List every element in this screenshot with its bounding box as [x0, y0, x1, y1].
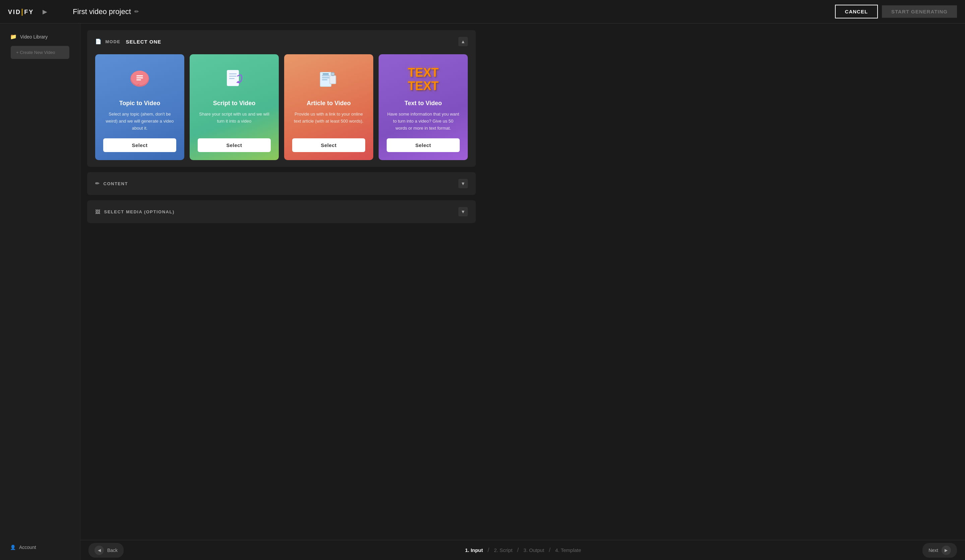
svg-rect-9 [229, 76, 237, 77]
svg-rect-16 [322, 79, 327, 80]
svg-rect-8 [229, 73, 237, 74]
svg-rect-15 [322, 77, 329, 78]
mode-label-text: MODE [106, 39, 121, 44]
logo-text: VID|FY [8, 7, 34, 16]
text-card-desc: Have some information that you want to t… [387, 111, 460, 132]
svg-rect-2 [136, 75, 143, 77]
article-icon-container [314, 64, 344, 95]
media-label-text: SELECT MEDIA (OPTIONAL) [104, 209, 175, 214]
article-icon [315, 66, 342, 93]
svg-rect-4 [136, 79, 141, 80]
text-word-1: TEXT [408, 66, 438, 79]
mode-icon: 📄 [95, 39, 102, 44]
article-select-button[interactable]: Select [292, 138, 365, 152]
script-icon [221, 66, 248, 93]
sidebar-top: 📁 Video Library + Create New Video [0, 30, 80, 59]
cards-grid: Topic to Video Select any topic (ahem, d… [95, 54, 468, 160]
card-topic-to-video[interactable]: Topic to Video Select any topic (ahem, d… [95, 54, 184, 160]
text-card-title: Text to Video [404, 100, 442, 107]
logo: VID|FY [8, 7, 34, 16]
topic-icon [126, 66, 153, 93]
logo-dot: | [21, 7, 24, 16]
script-card-desc: Share your script with us and we will tu… [198, 111, 271, 132]
sidebar: 📁 Video Library + Create New Video 👤 Acc… [0, 23, 80, 540]
text-icon-display: TEXT TEXT [408, 66, 438, 93]
sidebar-item-video-library[interactable]: 📁 Video Library [5, 30, 75, 43]
media-section: 🖼 SELECT MEDIA (OPTIONAL) ▼ [87, 200, 476, 223]
svg-rect-17 [323, 73, 329, 75]
create-new-video-button[interactable]: + Create New Video [11, 46, 69, 59]
content-section: ✏ CONTENT ▼ [87, 172, 476, 195]
mode-select-text: Select one [126, 39, 162, 44]
mode-section-header: 📄 MODE Select one ▲ [95, 37, 468, 46]
media-section-label: 🖼 SELECT MEDIA (OPTIONAL) [95, 209, 175, 215]
media-collapse-button[interactable]: ▼ [458, 207, 468, 216]
article-card-title: Article to Video [307, 100, 351, 107]
project-title-text: First video project [73, 7, 131, 16]
svg-rect-14 [322, 75, 329, 77]
script-card-title: Script to Video [213, 100, 256, 107]
content-collapse-button[interactable]: ▼ [458, 179, 468, 188]
svg-rect-21 [331, 73, 334, 75]
topic-select-button[interactable]: Select [103, 138, 176, 152]
mode-section: 📄 MODE Select one ▲ [87, 30, 476, 167]
mode-collapse-button[interactable]: ▲ [458, 37, 468, 46]
content-icon: ✏ [95, 181, 100, 186]
article-card-desc: Provide us with a link to your online te… [292, 111, 365, 132]
svg-rect-10 [229, 78, 234, 79]
media-section-header: 🖼 SELECT MEDIA (OPTIONAL) ▼ [95, 207, 468, 216]
topic-card-desc: Select any topic (ahem, don't be weird) … [103, 111, 176, 132]
card-text-to-video[interactable]: TEXT TEXT Text to Video Have some inform… [379, 54, 468, 160]
content-section-header: ✏ CONTENT ▼ [95, 179, 468, 188]
text-icon-container: TEXT TEXT [408, 64, 438, 95]
text-select-button[interactable]: Select [387, 138, 460, 152]
mode-section-label: 📄 MODE Select one [95, 39, 161, 44]
header-left: VID|FY ▶ First video project ✏ [8, 7, 139, 16]
card-article-to-video[interactable]: Article to Video Provide us with a link … [284, 54, 373, 160]
card-script-to-video[interactable]: Script to Video Share your script with u… [190, 54, 279, 160]
content-section-label: ✏ CONTENT [95, 181, 128, 186]
script-select-button[interactable]: Select [198, 138, 271, 152]
content-label-text: CONTENT [103, 181, 128, 186]
text-word-2: TEXT [408, 79, 438, 93]
svg-rect-7 [227, 70, 239, 85]
svg-rect-19 [330, 76, 335, 83]
project-title-container: First video project ✏ [73, 7, 139, 16]
topic-card-title: Topic to Video [119, 100, 160, 107]
video-library-icon: 📁 [10, 34, 17, 40]
main-content: 📄 MODE Select one ▲ [80, 23, 483, 540]
topic-icon-container [125, 64, 155, 95]
header: VID|FY ▶ First video project ✏ CANCEL ST… [0, 0, 483, 23]
media-icon: 🖼 [95, 209, 101, 215]
play-icon: ▶ [43, 8, 47, 15]
script-icon-container [219, 64, 249, 95]
sidebar-video-library-label: Video Library [20, 34, 47, 39]
edit-icon[interactable]: ✏ [134, 8, 139, 15]
svg-rect-3 [136, 77, 143, 78]
